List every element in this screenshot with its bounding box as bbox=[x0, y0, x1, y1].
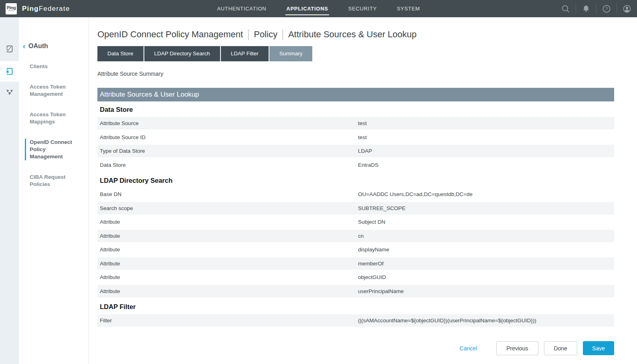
page-title: OpenID Connect Policy ManagementPolicyAt… bbox=[97, 28, 614, 40]
summary-row: Search scopeSUBTREE_SCOPE bbox=[97, 202, 614, 214]
ping-logo[interactable]: Ping Identity bbox=[6, 3, 17, 14]
row-value: displayName bbox=[358, 247, 389, 253]
section-title: LDAP Directory Search bbox=[97, 172, 614, 188]
clients-icon[interactable] bbox=[0, 38, 19, 59]
divider bbox=[596, 4, 597, 14]
row-label: Attribute Source ID bbox=[97, 134, 358, 140]
app-title-bold: Ping bbox=[22, 5, 39, 12]
breadcrumb-divider bbox=[283, 29, 283, 40]
summary-row: AttributedisplayName bbox=[97, 243, 614, 256]
breadcrumb-divider bbox=[248, 29, 249, 40]
nav-applications[interactable]: APPLICATIONS bbox=[286, 0, 328, 17]
chevron-left-icon: ‹ bbox=[23, 43, 25, 49]
logo-text: Ping bbox=[7, 6, 16, 10]
sidebar-item-ciba-request-policies[interactable]: CIBA Request Policies bbox=[25, 174, 79, 188]
row-value: cn bbox=[358, 233, 364, 239]
row-value: test bbox=[358, 120, 367, 126]
sidebar-menu: ‹ OAuth ClientsAccess Token ManagementAc… bbox=[19, 17, 89, 201]
done-button[interactable]: Done bbox=[544, 341, 577, 355]
row-value: userPrincipalName bbox=[358, 288, 404, 294]
save-button[interactable]: Save bbox=[583, 341, 614, 355]
tab-ldap-directory-search[interactable]: LDAP Directory Search bbox=[144, 46, 220, 61]
app-title: PingFederate bbox=[22, 5, 70, 13]
tab-ldap-filter[interactable]: LDAP Filter bbox=[221, 46, 269, 61]
row-value: EntraDS bbox=[358, 162, 378, 168]
mappings-icon[interactable] bbox=[0, 82, 19, 103]
row-value: LDAP bbox=[358, 148, 372, 154]
row-label: Filter bbox=[97, 317, 358, 324]
summary-row: Filter(|(sAMAccountName=${objectGUID})(u… bbox=[97, 314, 614, 327]
section-data-store: Data StoreAttribute SourcetestAttribute … bbox=[97, 101, 614, 171]
svg-text:?: ? bbox=[605, 6, 608, 11]
divider bbox=[576, 4, 576, 14]
summary-row: AttributeobjectGUID bbox=[97, 271, 614, 283]
row-label: Attribute bbox=[97, 233, 358, 239]
row-value: SUBTREE_SCOPE bbox=[358, 205, 406, 211]
divider bbox=[617, 4, 617, 14]
row-label: Attribute bbox=[97, 261, 358, 267]
section-rows: Attribute SourcetestAttribute Source IDt… bbox=[97, 117, 614, 171]
sidebar-item-openid-connect-policy-management[interactable]: OpenID Connect Policy Management bbox=[25, 139, 79, 160]
main-content: OpenID Connect Policy ManagementPolicyAt… bbox=[89, 17, 637, 364]
cancel-link[interactable]: Cancel bbox=[460, 345, 477, 352]
summary-row: Attributecn bbox=[97, 230, 614, 242]
brand: Ping Identity PingFederate bbox=[0, 3, 70, 14]
wizard-tabs: Data StoreLDAP Directory SearchLDAP Filt… bbox=[97, 46, 614, 61]
section-rows: Filter(|(sAMAccountName=${objectGUID})(u… bbox=[97, 314, 614, 327]
row-label: Attribute bbox=[97, 247, 358, 253]
summary-row: Attribute Sourcetest bbox=[97, 117, 614, 129]
row-value: test bbox=[358, 134, 367, 140]
top-nav-bar: Ping Identity PingFederate AUTHENTICATIO… bbox=[0, 0, 637, 17]
nav-system[interactable]: SYSTEM bbox=[397, 0, 420, 17]
row-value: (|(sAMAccountName=${objectGUID})(userPri… bbox=[358, 317, 536, 324]
row-value: OU=AADDC Users,DC=ad,DC=questdb,DC=de bbox=[358, 191, 473, 197]
notifications-icon[interactable] bbox=[581, 4, 591, 14]
summary-row: Base DNOU=AADDC Users,DC=ad,DC=questdb,D… bbox=[97, 188, 614, 200]
sidebar-item-access-token-mappings[interactable]: Access Token Mappings bbox=[25, 111, 79, 125]
summary-row: Attribute Source IDtest bbox=[97, 131, 614, 144]
summary-label: Attribute Source Summary bbox=[97, 71, 614, 77]
search-icon[interactable] bbox=[561, 4, 570, 14]
section-title: LDAP Filter bbox=[97, 299, 614, 314]
access-token-icon[interactable] bbox=[0, 61, 19, 82]
utility-icons: ? bbox=[556, 0, 637, 17]
nav-security[interactable]: SECURITY bbox=[348, 0, 377, 17]
sidebar: ‹ OAuth ClientsAccess Token ManagementAc… bbox=[0, 17, 89, 364]
row-label: Attribute bbox=[97, 288, 358, 294]
row-label: Data Store bbox=[97, 162, 358, 168]
row-value: memberOf bbox=[358, 261, 384, 267]
back-to-oauth[interactable]: ‹ OAuth bbox=[23, 42, 89, 50]
summary-row: AttributeSubject DN bbox=[97, 216, 614, 228]
sidebar-item-clients[interactable]: Clients bbox=[25, 63, 79, 70]
app-title-rest: Federate bbox=[39, 5, 70, 12]
row-label: Attribute bbox=[97, 274, 358, 280]
back-label: OAuth bbox=[28, 42, 48, 50]
row-label: Type of Data Store bbox=[97, 148, 358, 154]
row-label: Base DN bbox=[97, 191, 358, 197]
section-rows: Base DNOU=AADDC Users,DC=ad,DC=questdb,D… bbox=[97, 188, 614, 297]
section-ldap-filter: LDAP FilterFilter(|(sAMAccountName=${obj… bbox=[97, 299, 614, 327]
tab-summary[interactable]: Summary bbox=[269, 46, 313, 61]
row-label: Attribute bbox=[97, 219, 358, 225]
row-label: Attribute Source bbox=[97, 120, 358, 126]
previous-button[interactable]: Previous bbox=[496, 341, 538, 355]
summary-row: AttributememberOf bbox=[97, 257, 614, 270]
summary-row: Data StoreEntraDS bbox=[97, 159, 614, 171]
panel-title: Attribute Sources & User Lookup bbox=[97, 88, 614, 101]
sidebar-items: ClientsAccess Token ManagementAccess Tok… bbox=[19, 63, 89, 188]
nav-authentication[interactable]: AUTHENTICATION bbox=[217, 0, 266, 17]
row-value: objectGUID bbox=[358, 274, 386, 280]
sidebar-item-access-token-management[interactable]: Access Token Management bbox=[25, 83, 79, 98]
primary-nav: AUTHENTICATIONAPPLICATIONSSECURITYSYSTEM bbox=[217, 0, 420, 17]
user-icon[interactable] bbox=[622, 4, 632, 14]
tab-data-store[interactable]: Data Store bbox=[97, 46, 144, 61]
icon-rail bbox=[0, 17, 19, 364]
summary-row: AttributeuserPrincipalName bbox=[97, 285, 614, 297]
help-icon[interactable]: ? bbox=[602, 4, 611, 14]
summary-sections: Data StoreAttribute SourcetestAttribute … bbox=[97, 101, 614, 327]
section-title: Data Store bbox=[97, 101, 614, 117]
section-ldap-directory-search: LDAP Directory SearchBase DNOU=AADDC Use… bbox=[97, 172, 614, 297]
row-value: Subject DN bbox=[358, 219, 385, 225]
breadcrumb-part: Policy bbox=[254, 28, 277, 40]
summary-row: Type of Data StoreLDAP bbox=[97, 145, 614, 157]
